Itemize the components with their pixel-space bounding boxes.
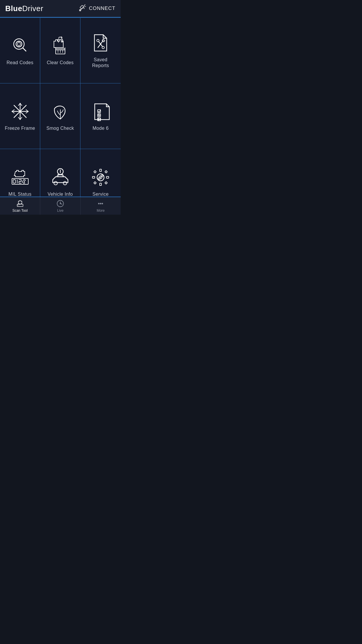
service-label: Service (92, 191, 108, 197)
app-logo: BlueDriver (5, 4, 43, 13)
freeze-frame-label: Freeze Frame (5, 125, 35, 131)
svg-point-74 (102, 203, 103, 204)
svg-point-17 (97, 39, 99, 42)
live-tab-label: Live (57, 209, 64, 213)
read-codes-icon (10, 35, 31, 56)
more-tab-label: More (97, 209, 105, 213)
smog-check-icon (50, 101, 71, 122)
clear-codes-icon (50, 35, 71, 56)
svg-point-51 (63, 181, 67, 185)
main-grid: Read Codes Clear Codes (0, 18, 121, 215)
saved-reports-icon (90, 32, 111, 53)
mil-status-label: MIL Status (8, 191, 31, 197)
freeze-frame-icon (10, 101, 31, 122)
svg-point-63 (101, 175, 103, 177)
svg-rect-61 (105, 181, 107, 184)
app-container: BlueDriver CONNECT (0, 0, 121, 215)
grid-cell-smog-check[interactable]: Smog Check (40, 83, 80, 149)
mode-6-label: Mode 6 (92, 125, 108, 131)
live-tab-icon (56, 200, 64, 208)
svg-point-72 (98, 203, 100, 204)
logo-driver: Driver (22, 4, 43, 13)
read-codes-label: Read Codes (7, 60, 34, 66)
svg-rect-59 (105, 170, 107, 173)
svg-rect-57 (106, 176, 109, 178)
svg-point-50 (54, 181, 57, 185)
header-right: CONNECT (78, 4, 115, 13)
scan-tool-tab-icon (16, 200, 24, 208)
vehicle-info-icon (50, 167, 71, 188)
svg-point-49 (60, 169, 61, 170)
svg-rect-45 (13, 180, 15, 183)
svg-point-18 (102, 46, 104, 49)
connect-button[interactable]: CONNECT (89, 6, 115, 11)
svg-rect-64 (17, 204, 23, 206)
grid-cell-clear-codes[interactable]: Clear Codes (40, 18, 80, 83)
header: BlueDriver CONNECT (0, 0, 121, 18)
grid-cell-read-codes[interactable]: Read Codes (0, 18, 40, 83)
svg-point-62 (98, 178, 100, 180)
clear-codes-label: Clear Codes (47, 60, 73, 66)
logo-blue: Blue (5, 4, 22, 13)
mode-6-icon (90, 101, 111, 122)
svg-point-73 (100, 203, 101, 204)
svg-line-3 (84, 5, 85, 6)
service-icon (90, 167, 111, 188)
more-tab-icon (96, 200, 105, 208)
tab-bar: Scan Tool Live More (0, 197, 121, 215)
svg-point-6 (14, 39, 24, 49)
svg-point-71 (60, 203, 61, 204)
scan-tool-tab-label: Scan Tool (12, 209, 27, 213)
svg-rect-1 (80, 5, 84, 9)
svg-rect-56 (92, 176, 95, 178)
svg-rect-55 (100, 183, 101, 186)
svg-line-5 (84, 8, 84, 9)
tab-live[interactable]: Live (40, 197, 80, 215)
tab-more[interactable]: More (81, 197, 121, 215)
saved-reports-label: Saved Reports (92, 57, 109, 69)
grid-cell-saved-reports[interactable]: Saved Reports (80, 18, 121, 83)
svg-line-8 (23, 48, 26, 51)
svg-rect-54 (100, 169, 101, 172)
grid-cell-freeze-frame[interactable]: Freeze Frame (0, 83, 40, 149)
grid-cell-mode-6[interactable]: Mode 6 (80, 83, 121, 149)
svg-rect-58 (94, 170, 96, 173)
svg-rect-60 (94, 181, 96, 184)
svg-line-4 (85, 6, 86, 7)
smog-check-label: Smog Check (46, 125, 74, 131)
flashlight-icon[interactable] (78, 4, 86, 13)
vehicle-info-label: Vehicle Info (48, 191, 73, 197)
tab-scan-tool[interactable]: Scan Tool (0, 197, 40, 215)
mil-status-icon (10, 167, 31, 188)
